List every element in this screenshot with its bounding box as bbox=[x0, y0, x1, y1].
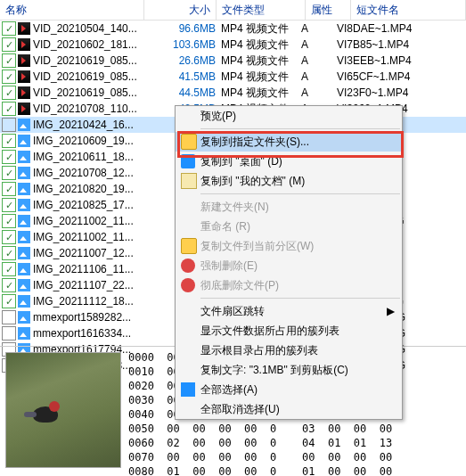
file-shortname: VI8DAE~1.MP4 bbox=[337, 22, 444, 35]
image-file-icon bbox=[18, 279, 30, 291]
menu-copy-to-folder[interactable]: 复制到指定文件夹(S)... bbox=[176, 132, 402, 152]
checkbox[interactable] bbox=[2, 70, 16, 84]
file-name: IMG_20210609_19... bbox=[33, 135, 153, 147]
image-thumbnail bbox=[5, 352, 121, 468]
checkbox[interactable] bbox=[2, 214, 16, 228]
file-name: IMG_20210820_19... bbox=[33, 183, 153, 195]
menu-deselect-all[interactable]: 全部取消选择(U) bbox=[176, 399, 402, 419]
file-size: 103.6MB bbox=[153, 38, 221, 51]
file-type: MP4 视频文件 bbox=[221, 53, 301, 69]
menu-new-folder: 新建文件夹(N) bbox=[176, 197, 402, 217]
image-file-icon bbox=[18, 327, 30, 340]
file-shortname: VI7B85~1.MP4 bbox=[337, 38, 444, 51]
checkbox[interactable] bbox=[2, 182, 16, 196]
file-name: VID_20210708_110... bbox=[33, 103, 153, 115]
file-type: MP4 视频文件 bbox=[221, 37, 301, 53]
file-name: VID_20210504_140... bbox=[33, 22, 153, 35]
file-name: VID_20210619_085... bbox=[33, 70, 153, 83]
file-attr: A bbox=[301, 70, 337, 83]
file-name: IMG_20210825_17... bbox=[33, 199, 153, 211]
file-name: IMG_20211106_11... bbox=[33, 263, 153, 275]
file-name: IMG_20210708_12... bbox=[33, 167, 153, 179]
video-file-icon bbox=[18, 103, 30, 115]
checkbox[interactable] bbox=[2, 86, 16, 100]
menu-sector-jump[interactable]: 文件扇区跳转▶ bbox=[176, 301, 402, 321]
table-row[interactable]: VID_20210619_085...44.5MBMP4 视频文件AVI23F0… bbox=[0, 85, 466, 101]
video-file-icon bbox=[18, 38, 30, 51]
file-name: VID_20210619_085... bbox=[33, 86, 153, 99]
col-size[interactable]: 大小 bbox=[144, 0, 217, 20]
folder-icon bbox=[181, 134, 197, 150]
file-shortname: VI65CF~1.MP4 bbox=[337, 70, 444, 83]
video-file-icon bbox=[18, 22, 30, 35]
file-attr: A bbox=[301, 86, 337, 99]
checkbox[interactable] bbox=[2, 198, 16, 212]
menu-copy-text[interactable]: 复制文字: "3.1MB" 到剪贴板(C) bbox=[176, 360, 402, 380]
col-type[interactable]: 文件类型 bbox=[217, 0, 306, 20]
checkbox[interactable] bbox=[2, 262, 16, 276]
menu-select-all[interactable]: 全部选择(A) bbox=[176, 380, 402, 399]
checkbox[interactable] bbox=[2, 278, 16, 292]
context-menu: 预览(P) 复制到指定文件夹(S)... 复制到 "桌面" (D) 复制到 "我… bbox=[175, 105, 403, 420]
video-file-icon bbox=[18, 54, 30, 67]
image-file-icon bbox=[18, 263, 30, 275]
checkbox[interactable] bbox=[2, 150, 16, 164]
folder-icon bbox=[181, 238, 197, 254]
image-file-icon bbox=[18, 183, 30, 195]
file-size: 44.5MB bbox=[153, 86, 221, 99]
checkbox[interactable] bbox=[2, 246, 16, 260]
file-name: IMG_20211112_18... bbox=[33, 295, 153, 308]
menu-copy-desktop[interactable]: 复制到 "桌面" (D) bbox=[176, 152, 402, 171]
col-attr[interactable]: 属性 bbox=[306, 0, 352, 20]
menu-preview[interactable]: 预览(P) bbox=[176, 106, 402, 126]
file-shortname: VI23F0~1.MP4 bbox=[337, 86, 444, 99]
table-row[interactable]: VID_20210504_140...96.6MBMP4 视频文件AVI8DAE… bbox=[0, 21, 466, 37]
file-name: mmexport1589282... bbox=[33, 311, 153, 324]
image-file-icon bbox=[18, 151, 30, 163]
menu-show-root-clusters[interactable]: 显示根目录占用的簇列表 bbox=[176, 341, 402, 360]
image-file-icon bbox=[18, 135, 30, 147]
file-shortname: VI3EEB~1.MP4 bbox=[337, 54, 444, 67]
image-file-icon bbox=[18, 215, 30, 227]
file-name: IMG_20211002_11... bbox=[33, 215, 153, 227]
checkbox[interactable] bbox=[2, 118, 16, 132]
table-row[interactable]: VID_20210619_085...26.6MBMP4 视频文件AVI3EEB… bbox=[0, 53, 466, 69]
col-short[interactable]: 短文件名 bbox=[351, 0, 466, 20]
image-file-icon bbox=[18, 247, 30, 259]
file-attr: A bbox=[301, 38, 337, 51]
file-size: 41.5MB bbox=[153, 70, 221, 83]
video-file-icon bbox=[18, 86, 30, 99]
image-file-icon bbox=[18, 119, 30, 131]
checkbox[interactable] bbox=[2, 102, 16, 116]
file-type: MP4 视频文件 bbox=[221, 86, 301, 101]
col-name[interactable]: 名称 bbox=[0, 0, 144, 20]
checkbox[interactable] bbox=[2, 294, 16, 308]
checkbox[interactable] bbox=[2, 230, 16, 244]
menu-show-clusters[interactable]: 显示文件数据所占用的簇列表 bbox=[176, 321, 402, 341]
delete-icon bbox=[181, 278, 195, 292]
checkbox[interactable] bbox=[2, 21, 16, 36]
image-file-icon bbox=[18, 231, 30, 243]
documents-icon bbox=[181, 173, 197, 189]
file-name: VID_20210619_085... bbox=[33, 54, 153, 67]
file-size: 26.6MB bbox=[153, 54, 221, 67]
menu-copy-docs[interactable]: 复制到 "我的文档" (M) bbox=[176, 171, 402, 191]
checkbox[interactable] bbox=[2, 326, 16, 341]
file-name: IMG_20210424_16... bbox=[33, 119, 153, 131]
file-type: MP4 视频文件 bbox=[221, 21, 301, 37]
table-row[interactable]: VID_20210602_181...103.6MBMP4 视频文件AVI7B8… bbox=[0, 37, 466, 53]
image-file-icon bbox=[18, 295, 30, 308]
checkbox[interactable] bbox=[2, 166, 16, 180]
select-all-icon bbox=[181, 382, 195, 397]
checkbox[interactable] bbox=[2, 134, 16, 148]
file-type: MP4 视频文件 bbox=[221, 70, 301, 85]
file-size: 96.6MB bbox=[153, 22, 221, 35]
menu-perm-delete: 彻底删除文件(P) bbox=[176, 275, 402, 295]
menu-rename: 重命名 (R) bbox=[176, 217, 402, 236]
checkbox[interactable] bbox=[2, 310, 16, 324]
menu-force-delete: 强制删除(E) bbox=[176, 256, 402, 275]
checkbox[interactable] bbox=[2, 37, 16, 52]
checkbox[interactable] bbox=[2, 53, 16, 68]
table-row[interactable]: VID_20210619_085...41.5MBMP4 视频文件AVI65CF… bbox=[0, 69, 466, 85]
desktop-icon bbox=[181, 154, 195, 168]
